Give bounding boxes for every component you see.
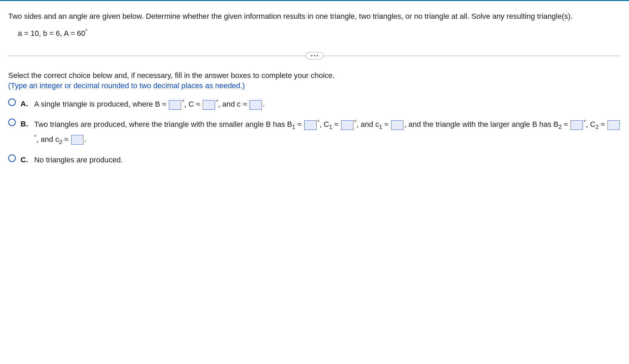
choice-a-text-1: A single triangle is produced, where B ≈	[34, 100, 166, 109]
page-container: Two sides and an angle are given below. …	[0, 0, 629, 364]
sub-1: 1	[292, 124, 295, 130]
degree-symbol: °	[584, 119, 586, 125]
approx-3: ≈	[382, 120, 388, 129]
input-a-C[interactable]	[203, 100, 215, 110]
choice-b-period: .	[84, 135, 86, 144]
choice-b-text-6: , and c	[37, 135, 59, 144]
input-b-B2[interactable]	[571, 120, 583, 130]
choice-a-period: .	[263, 100, 265, 109]
input-a-B[interactable]	[169, 100, 181, 110]
choice-b-text-5: , C	[586, 120, 595, 129]
answer-hint: (Type an integer or decimal rounded to t…	[8, 81, 621, 90]
choice-a-label: A.	[21, 96, 29, 111]
radio-b[interactable]	[8, 119, 16, 126]
input-a-c[interactable]	[250, 100, 262, 110]
choice-b-text-1: Two triangles are produced, where the tr…	[34, 120, 292, 129]
input-b-c1[interactable]	[391, 120, 403, 130]
choice-c-label: C.	[21, 152, 29, 167]
degree-symbol: °	[34, 134, 37, 140]
given-expression: a = 10, b = 6, A = 60	[18, 29, 85, 38]
input-b-B1[interactable]	[304, 120, 317, 130]
approx-5: ≈	[599, 120, 605, 129]
sub-1b: 1	[329, 124, 332, 130]
choice-b-text-3: , and c	[357, 120, 379, 129]
input-b-C2[interactable]	[607, 120, 620, 130]
approx-6: ≈	[62, 135, 68, 144]
expand-button[interactable]	[306, 52, 323, 59]
degree-symbol: °	[354, 119, 357, 125]
degree-symbol: °	[85, 28, 88, 34]
choice-b-text-4: , and the triangle with the larger angle…	[404, 120, 558, 129]
answer-instruction: Select the correct choice below and, if …	[8, 71, 621, 80]
sub-2: 2	[559, 124, 562, 130]
dot-icon	[317, 55, 318, 56]
radio-a[interactable]	[8, 98, 16, 106]
choice-a: A. A single triangle is produced, where …	[8, 96, 621, 111]
choice-b: B. Two triangles are produced, where the…	[8, 117, 621, 147]
choice-b-body: Two triangles are produced, where the tr…	[34, 117, 621, 147]
sub-2b: 2	[595, 124, 599, 130]
choice-c-body: No triangles are produced.	[34, 152, 621, 167]
dot-icon	[311, 55, 312, 56]
degree-symbol: °	[317, 119, 320, 125]
approx-2: ≈	[332, 120, 338, 129]
answer-block: Select the correct choice below and, if …	[0, 59, 629, 179]
input-b-c2[interactable]	[71, 135, 83, 145]
dot-icon	[314, 55, 315, 56]
choice-b-text-2: , C	[320, 120, 329, 129]
choice-c-text: No triangles are produced.	[34, 156, 123, 164]
choice-c: C. No triangles are produced.	[8, 152, 621, 167]
choice-a-text-2: , C ≈	[184, 100, 200, 109]
radio-c[interactable]	[8, 154, 16, 162]
input-b-C1[interactable]	[341, 120, 353, 130]
given-values: a = 10, b = 6, A = 60°	[8, 28, 621, 38]
sub-1c: 1	[379, 124, 382, 130]
question-block: Two sides and an angle are given below. …	[0, 1, 629, 43]
question-prompt: Two sides and an angle are given below. …	[8, 11, 621, 22]
approx-1: ≈	[295, 120, 302, 129]
section-divider	[0, 56, 629, 56]
choice-a-text-3: , and c ≈	[218, 100, 247, 109]
choice-b-label: B.	[21, 117, 29, 131]
sub-2c: 2	[59, 138, 62, 145]
choice-a-body: A single triangle is produced, where B ≈…	[34, 96, 621, 111]
approx-4: ≈	[562, 120, 568, 129]
